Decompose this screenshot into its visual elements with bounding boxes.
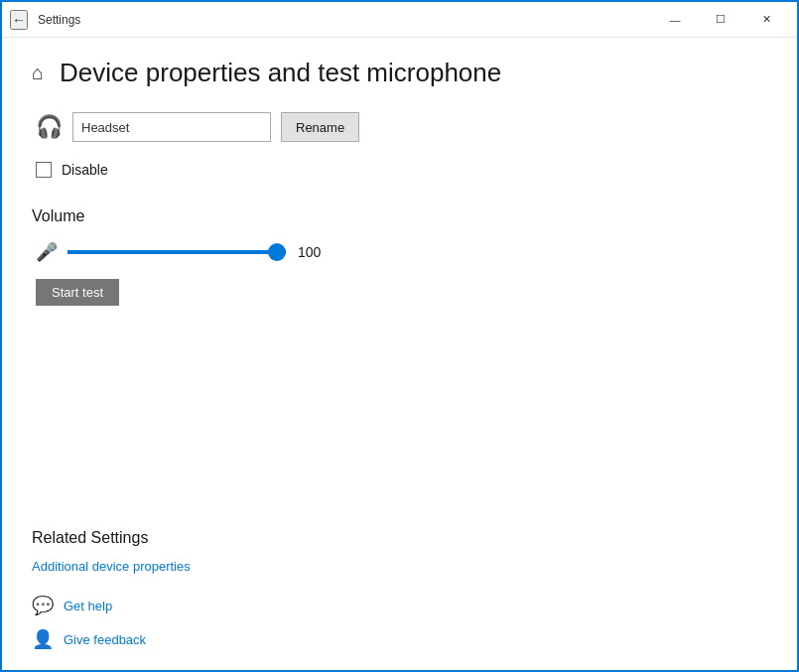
additional-device-properties-link[interactable]: Additional device properties [32,559,191,574]
start-test-button[interactable]: Start test [36,279,119,306]
spacer [32,326,767,529]
content-area: ⌂ Device properties and test microphone … [2,38,797,670]
minimize-button[interactable]: — [652,2,698,38]
give-feedback-link[interactable]: Give feedback [64,632,146,647]
disable-label: Disable [62,162,108,178]
title-bar-controls: — ☐ ✕ [652,2,789,38]
close-button[interactable]: ✕ [743,2,789,38]
disable-row: Disable [36,162,767,178]
title-bar: ← Settings — ☐ ✕ [2,2,797,38]
related-settings-title: Related Settings [32,529,767,547]
help-section: 💬 Get help 👤 Give feedback [32,595,767,650]
disable-checkbox[interactable] [36,162,52,178]
get-help-link[interactable]: Get help [64,599,112,613]
give-feedback-icon: 👤 [32,628,54,650]
related-settings-section: Related Settings Additional device prope… [32,529,767,575]
volume-slider-container [67,242,286,262]
rename-button[interactable]: Rename [281,112,359,142]
device-name-input[interactable] [72,112,271,142]
volume-title: Volume [32,207,767,225]
page-header: ⌂ Device properties and test microphone [32,58,767,88]
get-help-icon: 💬 [32,595,54,616]
back-button[interactable]: ← [10,10,28,30]
volume-section: Volume 🎤 100 Start test [32,207,767,306]
get-help-item[interactable]: 💬 Get help [32,595,767,616]
page-title: Device properties and test microphone [60,58,501,88]
volume-slider[interactable] [67,250,286,254]
headset-icon: 🎧 [36,114,63,140]
settings-window: ← Settings — ☐ ✕ ⌂ Device properties and… [0,0,799,672]
volume-row: 🎤 100 [36,241,767,263]
title-bar-title: Settings [38,13,652,27]
volume-value: 100 [298,244,328,260]
maximize-button[interactable]: ☐ [698,2,743,38]
mic-icon: 🎤 [36,241,58,263]
device-name-row: 🎧 Rename [36,112,767,142]
home-icon: ⌂ [32,62,44,84]
give-feedback-item[interactable]: 👤 Give feedback [32,628,767,650]
